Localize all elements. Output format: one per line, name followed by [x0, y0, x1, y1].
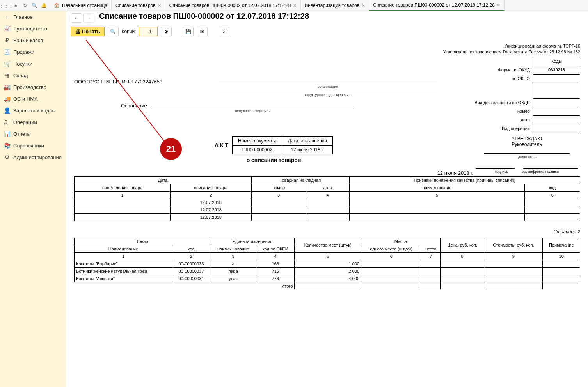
close-icon[interactable]: × — [293, 2, 296, 9]
dt-icon: Дт — [4, 119, 10, 125]
sidebar-item-label: Отчеты — [13, 131, 31, 137]
table-row: 12.07.2018 — [75, 213, 580, 221]
star-icon[interactable]: ★ — [11, 1, 20, 10]
table-1: Дата Товарная накладная Признаки понижен… — [74, 176, 580, 221]
sidebar-item-warehouse[interactable]: ▦Склад — [0, 69, 66, 81]
home-icon: 🏠 — [54, 3, 60, 8]
table-2: Товар Единица измерения Количество мест … — [74, 238, 580, 290]
save-button[interactable]: 💾 — [183, 27, 194, 36]
sidebar-item-directories[interactable]: 📚Справочники — [0, 140, 66, 151]
sidebar-item-label: Склад — [13, 73, 28, 78]
receipt-icon: 🧾 — [4, 49, 10, 55]
gear-icon: ⚙ — [4, 154, 10, 160]
tab-label: Списание товаров ПШ00-000002 от 12.07.20… — [169, 3, 291, 8]
sidebar-item-label: Покупки — [13, 61, 32, 67]
sidebar-item-salary[interactable]: 👤Зарплата и кадры — [0, 105, 66, 116]
history-icon[interactable]: ↻ — [20, 1, 30, 10]
cart-icon: 🛒 — [4, 60, 10, 67]
table-row: 12.07.2018 — [75, 206, 580, 213]
tab-label: Списание товаров — [115, 3, 156, 8]
table-row: 12.07.2018 — [75, 199, 580, 206]
content: ← → Списание товаров ПШ00-000002 от 12.0… — [66, 11, 588, 387]
menu-icon: ≡ — [4, 14, 10, 20]
table-row: Ботинки женские натуральная кожа00-00000… — [75, 267, 580, 275]
sidebar-item-purchases[interactable]: 🛒Покупки — [0, 58, 66, 69]
apps-icon[interactable]: ⋮⋮⋮ — [2, 1, 11, 10]
sidebar-item-reports[interactable]: 📊Отчеты — [0, 128, 66, 140]
table-row: Конфеты "Ассорти"00-00000031упак7784,000 — [75, 275, 580, 282]
tab-4[interactable]: Списание товаров ПШ00-000002 от 12.07.20… — [369, 0, 505, 11]
header-bar: ⋮⋮⋮ ★ ↻ 🔍 🔔 🏠 Начальная страница Списани… — [0, 0, 588, 11]
tab-label: Начальная страница — [62, 3, 107, 8]
tab-home[interactable]: 🏠 Начальная страница — [50, 0, 112, 11]
sidebar-item-manager[interactable]: 📈Руководителю — [0, 23, 66, 34]
tab-label: Списание товаров ПШ00-000002 от 12.07.20… — [373, 2, 495, 8]
sidebar-item-label: Руководителю — [13, 26, 47, 32]
tab-label: Инвентаризация товаров — [305, 3, 359, 8]
tabs: 🏠 Начальная страница Списание товаров × … — [50, 0, 588, 11]
sidebar-item-label: Администрирование — [13, 154, 62, 160]
sidebar-item-label: Продажи — [13, 49, 34, 55]
page-2-label: Страница 2 — [74, 229, 580, 234]
sidebar-item-bank[interactable]: ₽Банк и касса — [0, 34, 66, 46]
bell-icon[interactable]: 🔔 — [39, 1, 48, 10]
approve-block: УТВЕРЖДАЮ Руководитель должность подпись… — [473, 136, 580, 174]
act-table: Номер документаДата составления ПШ00-000… — [232, 136, 333, 154]
chart-icon: 📈 — [4, 25, 10, 32]
basis-label: Основание — [121, 103, 147, 108]
sidebar-item-label: Производство — [13, 84, 46, 90]
sidebar-item-label: Операции — [13, 119, 37, 125]
annotation-badge: 21 — [160, 138, 182, 160]
sum-button[interactable]: Σ — [219, 27, 229, 36]
sidebar-item-label: ОС и НМА — [13, 96, 38, 102]
sidebar-item-sales[interactable]: 🧾Продажи — [0, 46, 66, 58]
grid-icon: ▦ — [4, 72, 10, 78]
print-button[interactable]: 🖨 Печать — [71, 27, 105, 36]
sidebar-item-label: Банк и касса — [13, 37, 43, 43]
top-date: 12 июля 2018 г. — [411, 170, 473, 176]
bars-icon: 📊 — [4, 131, 10, 137]
preview-button[interactable]: 🔍 — [108, 27, 119, 36]
sidebar-item-main[interactable]: ≡Главное — [0, 11, 66, 23]
factory-icon: 🏭 — [4, 84, 10, 90]
close-icon[interactable]: × — [362, 2, 365, 9]
tab-3[interactable]: Инвентаризация товаров × — [301, 0, 369, 11]
sidebar: ≡Главное 📈Руководителю ₽Банк и касса 🧾Пр… — [0, 11, 66, 387]
books-icon: 📚 — [4, 142, 10, 149]
tab-1[interactable]: Списание товаров × — [112, 0, 165, 11]
sidebar-item-assets[interactable]: 🚚ОС и НМА — [0, 93, 66, 105]
email-button[interactable]: ✉ — [197, 27, 208, 36]
toolbar: 🖨 Печать 🔍 Копий: ⚙ 💾 ✉ Σ — [71, 25, 583, 40]
close-icon[interactable]: × — [158, 2, 161, 9]
sidebar-item-operations[interactable]: ДтОперации — [0, 116, 66, 128]
search-icon[interactable]: 🔍 — [30, 1, 39, 10]
act-label: А К Т — [215, 142, 228, 148]
back-button[interactable]: ← — [71, 13, 82, 23]
printer-icon: 🖨 — [75, 28, 80, 34]
settings-button[interactable]: ⚙ — [161, 27, 172, 36]
page-title: Списание товаров ПШ00-000002 от 12.07.20… — [94, 12, 309, 25]
copies-label: Копий: — [122, 29, 136, 34]
form-header: Унифицированная форма № ТОРГ-16 Утвержде… — [74, 43, 580, 55]
copies-input[interactable] — [139, 27, 158, 36]
sidebar-item-admin[interactable]: ⚙Администрирование — [0, 151, 66, 163]
sidebar-item-label: Главное — [13, 14, 33, 20]
tab-2[interactable]: Списание товаров ПШ00-000002 от 12.07.20… — [165, 0, 301, 11]
sidebar-item-label: Справочники — [13, 143, 44, 149]
person-icon: 👤 — [4, 107, 10, 114]
table-row: Конфеты "Барбарис"00-00000033кг1661,000 — [75, 260, 580, 267]
print-label: Печать — [82, 28, 100, 34]
forward-button[interactable]: → — [83, 13, 94, 23]
close-icon[interactable]: × — [497, 2, 500, 8]
truck-icon: 🚚 — [4, 96, 10, 102]
ruble-icon: ₽ — [4, 37, 10, 43]
codes-box: Коды Форма по ОКУД0330216 по ОКПО Вид де… — [471, 57, 580, 133]
sidebar-item-label: Зарплата и кадры — [13, 108, 56, 114]
sidebar-item-production[interactable]: 🏭Производство — [0, 81, 66, 93]
